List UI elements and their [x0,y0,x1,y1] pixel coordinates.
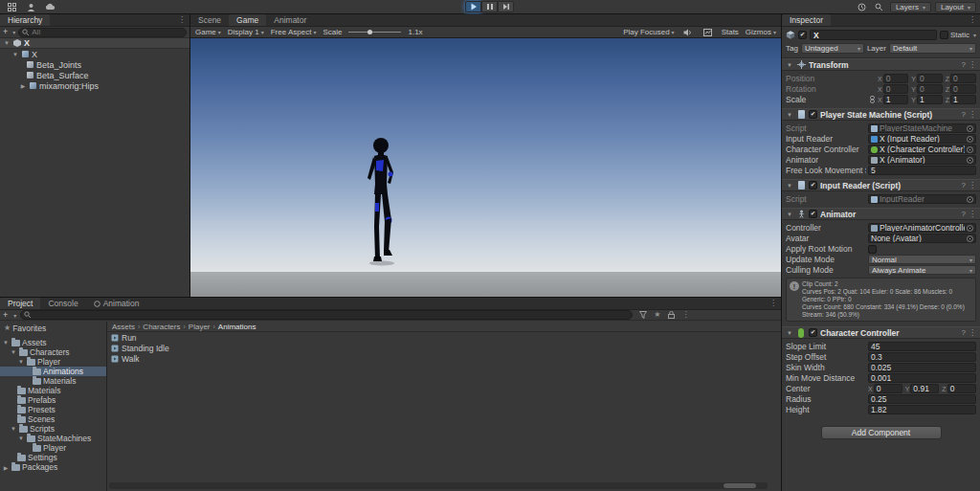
foldout-icon[interactable]: ▼ [17,435,25,441]
create-button[interactable]: + [3,311,8,320]
hierarchy-item[interactable]: ▼ X [0,49,189,59]
play-button[interactable] [465,1,481,12]
static-toggle[interactable]: Static ▾ [940,31,976,39]
lock-icon[interactable] [664,309,678,321]
component-menu-icon[interactable]: ⋮ [969,182,976,190]
foldout-icon[interactable]: ▼ [786,330,793,336]
chevron-down-icon[interactable]: ▾ [12,29,15,35]
layers-dropdown[interactable]: Layers ▾ [890,2,931,12]
cloud-icon[interactable] [43,1,56,12]
scene-header[interactable]: ▼ X [0,38,189,49]
tab-console[interactable]: Console [40,298,85,309]
component-enabled-checkbox[interactable]: ✔ [809,328,817,337]
asset-item-walk[interactable]: Walk [107,354,781,364]
hierarchy-search-input[interactable] [32,28,183,36]
object-picker-icon[interactable] [967,196,973,203]
foldout-icon[interactable]: ▼ [786,62,793,68]
component-enabled-checkbox[interactable]: ✔ [809,181,817,190]
tree-item-statemachines[interactable]: ▼ StateMachines [0,434,106,443]
foldout-icon[interactable]: ▶ [2,464,10,471]
tree-item-scenes[interactable]: Scenes [0,414,106,424]
tab-project[interactable]: Project [0,298,40,309]
avatar-field[interactable]: None (Avatar) [868,234,976,243]
breadcrumb-segment[interactable]: Assets [112,323,135,331]
horizontal-scrollbar[interactable] [109,482,768,489]
panel-menu-icon[interactable]: ⋮ [769,300,777,307]
pause-button[interactable] [481,1,498,12]
panel-menu-icon[interactable]: ⋮ [969,16,976,24]
scale-slider-knob[interactable] [368,30,372,34]
add-component-button[interactable]: Add Component [821,426,942,439]
toolbar-menu-icon[interactable]: ⋮ [681,311,689,319]
rotation-z-field[interactable]: 0 [950,84,976,94]
asset-item-run[interactable]: Run [107,333,781,343]
gameobject-name-field[interactable]: X [810,30,937,40]
tree-item-presets[interactable]: Presets [0,405,106,414]
scale-x-field[interactable]: 1 [883,95,909,104]
object-picker-icon[interactable] [967,235,973,242]
stats-button[interactable]: Stats [722,28,739,36]
tree-item-materials[interactable]: Materials [0,386,106,395]
tree-item-characters[interactable]: ▼ Characters [0,347,106,357]
tree-item-settings[interactable]: Settings [0,453,106,462]
step-offset-field[interactable]: 0.3 [868,352,976,362]
tab-inspector[interactable]: Inspector [782,14,831,26]
rotation-y-field[interactable]: 0 [917,84,943,94]
center-y-field[interactable]: 0.91 [910,384,939,393]
hierarchy-item[interactable]: ▶ mixamorig:Hips [0,80,189,91]
character-controller-header[interactable]: ▼ ✔ Character Controller ? ⋮ [782,326,980,339]
aspect-dropdown[interactable]: Free Aspect▾ [271,28,317,36]
static-checkbox[interactable] [940,31,948,39]
foldout-icon[interactable]: ▼ [2,340,10,346]
favorite-search-icon[interactable]: ★ [654,311,660,319]
tree-item-packages[interactable]: ▶ Packages [0,462,106,472]
hierarchy-item[interactable]: Beta_Surface [0,70,189,80]
object-picker-icon[interactable] [967,146,973,153]
layout-dropdown[interactable]: Layout ▾ [935,2,976,12]
tree-item-materials-player[interactable]: Materials [0,376,106,386]
tab-animator[interactable]: Animator [266,14,314,26]
tab-scene[interactable]: Scene [190,14,229,26]
component-menu-icon[interactable]: ⋮ [969,111,976,119]
foldout-icon[interactable]: ▼ [3,40,11,46]
tree-item-prefabs[interactable]: Prefabs [0,395,106,405]
slope-limit-field[interactable]: 45 [868,342,976,351]
tree-item-scripts[interactable]: ▼ Scripts [0,424,106,434]
component-enabled-checkbox[interactable]: ✔ [809,110,817,119]
help-icon[interactable]: ? [962,60,966,69]
scrollbar-thumb[interactable] [724,483,756,488]
input-reader-header[interactable]: ▼ ✔ Input Reader (Script) ? ⋮ [782,179,980,191]
foldout-icon[interactable]: ▼ [17,359,25,365]
object-picker-icon[interactable] [967,136,973,143]
center-x-field[interactable]: 0 [874,384,902,393]
tag-dropdown[interactable]: Untagged▾ [801,43,864,54]
radius-field[interactable]: 0.25 [868,394,976,404]
movement-speed-field[interactable]: 5 [868,166,976,175]
controller-field[interactable]: PlayerAnimatorController [868,223,976,233]
foldout-icon[interactable]: ▼ [10,349,17,355]
tree-item-assets[interactable]: ▼ Assets [0,338,106,347]
height-field[interactable]: 1.82 [868,405,976,414]
position-y-field[interactable]: 0 [917,74,943,83]
update-mode-dropdown[interactable]: Normal▾ [868,255,976,264]
component-menu-icon[interactable]: ⋮ [969,211,976,218]
breadcrumb-segment[interactable]: Animations [218,323,256,331]
project-search-input[interactable] [33,311,629,320]
game-view-dropdown[interactable]: Game▾ [195,28,221,36]
foldout-icon[interactable]: ▼ [11,52,19,57]
hierarchy-item[interactable]: Beta_Joints [0,59,189,70]
player-state-machine-header[interactable]: ▼ ✔ Player State Machine (Script) ? ⋮ [782,108,980,121]
tree-item-player[interactable]: ▼ Player [0,357,106,367]
breadcrumb-segment[interactable]: Player [189,323,211,331]
component-menu-icon[interactable]: ⋮ [969,61,976,69]
chevron-down-icon[interactable]: ▾ [13,312,16,319]
apply-root-motion-checkbox[interactable] [868,245,877,254]
create-button[interactable]: + [3,28,8,36]
metrics-icon[interactable] [702,27,715,38]
panel-menu-icon[interactable]: ⋮ [178,16,186,24]
object-picker-icon[interactable] [967,125,973,132]
display-dropdown[interactable]: Display 1▾ [228,28,264,36]
help-icon[interactable]: ? [962,210,966,218]
game-viewport[interactable] [190,38,781,297]
help-icon[interactable]: ? [962,110,966,119]
